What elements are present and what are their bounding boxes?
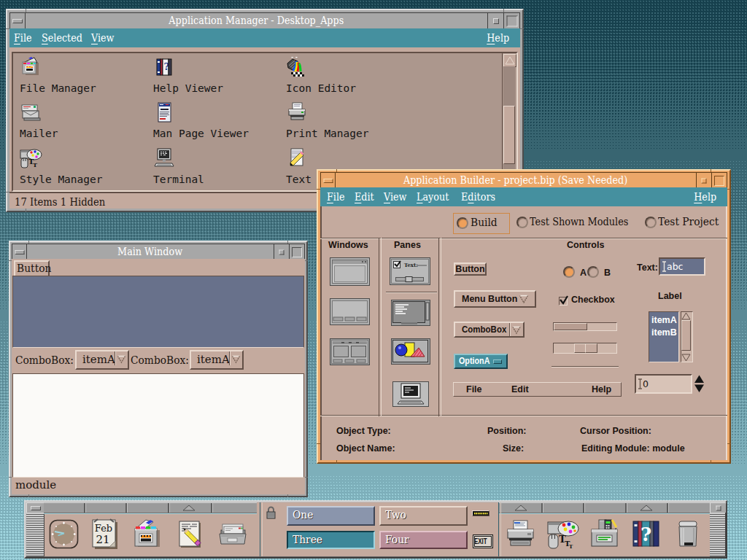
app-icon-terminal[interactable]: Terminal <box>153 148 204 185</box>
drawing-area[interactable] <box>12 276 304 348</box>
menu-file[interactable]: File <box>14 28 32 47</box>
spin-up-icon[interactable] <box>694 375 705 384</box>
app-icon-print-manager[interactable]: Print Manager <box>286 102 369 139</box>
panel-icon-text-editor[interactable] <box>174 518 205 553</box>
app-icon-style-manager[interactable]: T T Style Manager <box>20 148 103 185</box>
menu-view[interactable]: View <box>91 28 115 47</box>
list-item-b[interactable]: itemB <box>649 327 678 339</box>
subpanel-arrow-icon[interactable] <box>640 505 653 511</box>
window-menu-button[interactable] <box>321 173 336 188</box>
palette-window-custom[interactable] <box>330 338 370 368</box>
combo1[interactable]: itemA <box>75 350 129 370</box>
titlebar[interactable]: Main Window <box>12 244 305 260</box>
palette-window-dialog[interactable] <box>330 298 370 327</box>
app-icon-icon-editor[interactable]: Icon Editor <box>286 57 356 94</box>
app-icon-man-page-viewer[interactable]: Man Page Viewer <box>153 102 249 139</box>
minimize-button[interactable] <box>274 244 289 260</box>
control-text-field[interactable]: abc <box>659 257 705 276</box>
list-scroll-down-icon[interactable] <box>681 354 691 362</box>
app-icon-help-viewer[interactable]: ? Help Viewer <box>153 57 223 94</box>
combo2[interactable]: itemA <box>190 350 244 370</box>
workspace-two-button[interactable]: Two <box>379 506 468 526</box>
menu-help[interactable]: Help <box>487 28 509 47</box>
maximize-button[interactable] <box>289 244 304 260</box>
window-title[interactable]: Main Window <box>27 244 274 260</box>
test-project-radio[interactable] <box>645 217 657 228</box>
menu-view[interactable]: View <box>384 187 407 206</box>
control-radio-a[interactable] <box>563 266 575 278</box>
scrollbar-h-thumb2[interactable] <box>585 343 597 353</box>
workspace-one-button[interactable]: One <box>287 506 375 526</box>
list-scroll-thumb[interactable] <box>681 320 691 351</box>
test-shown-radio[interactable] <box>516 217 528 228</box>
control-menubar-file[interactable]: File <box>466 383 482 396</box>
combo2-arrow-button[interactable] <box>229 351 242 365</box>
panel-icon-file-manager[interactable] <box>131 518 163 553</box>
menu-editors[interactable]: Editors <box>461 187 495 206</box>
panel-icon-style-manager[interactable]: T T T <box>546 518 580 553</box>
panel-menu-button[interactable] <box>26 502 45 513</box>
palette-window-main[interactable] <box>330 257 370 288</box>
menu-help[interactable]: Help <box>694 187 716 206</box>
control-scale[interactable] <box>553 322 617 331</box>
control-combobox[interactable]: ComboBox <box>454 322 525 338</box>
control-list-scrollbar[interactable] <box>681 311 693 362</box>
control-scrollbar-h[interactable] <box>553 343 617 354</box>
control-menu-button[interactable]: Menu Button <box>454 290 536 308</box>
titlebar[interactable]: Application Builder - project.bip (Save … <box>320 172 727 189</box>
palette-pane-control[interactable]: Text: <box>390 257 430 287</box>
text-area[interactable] <box>12 373 304 478</box>
menu-layout[interactable]: Layout <box>417 187 449 206</box>
panel-icon-calendar[interactable]: Feb 21 <box>89 518 120 553</box>
menu-selected[interactable]: Selected <box>42 28 82 47</box>
panel-icon-help[interactable]: ? <box>630 518 662 553</box>
panel-icon-printer[interactable] <box>505 518 536 553</box>
scroll-up-arrow[interactable] <box>503 54 516 67</box>
window-menu-button[interactable] <box>10 13 26 29</box>
minimize-button[interactable] <box>487 13 503 29</box>
titlebar[interactable]: Application Manager - Desktop_Apps <box>9 12 520 30</box>
workspace-three-button[interactable]: Three <box>287 531 375 549</box>
mode-build[interactable]: Build <box>453 213 510 234</box>
menu-file[interactable]: File <box>327 187 345 206</box>
control-menubar-help[interactable]: Help <box>592 383 611 396</box>
control-menubar-edit[interactable]: Edit <box>511 383 529 396</box>
mode-test-project[interactable]: Test Project <box>644 213 739 233</box>
list-item-a[interactable]: itemA <box>649 312 678 327</box>
window-title[interactable]: Application Builder - project.bip (Save … <box>336 173 696 188</box>
maximize-button[interactable] <box>503 13 519 29</box>
combobox-arrow-button[interactable] <box>509 323 523 336</box>
app-icon-mailer[interactable]: Mailer <box>20 102 58 139</box>
panel-left-handle[interactable] <box>26 513 44 556</box>
mode-test-shown[interactable]: Test Shown Modules <box>516 213 647 233</box>
panel-icon-clock[interactable] <box>48 518 80 553</box>
palette-pane-text[interactable] <box>391 300 430 328</box>
control-list[interactable]: itemA itemB <box>649 311 679 362</box>
maximize-button[interactable] <box>711 173 727 188</box>
panel-icon-trash[interactable] <box>673 518 704 553</box>
panel-icon-applications[interactable] <box>589 518 620 553</box>
window-menu-button[interactable] <box>12 244 27 260</box>
combo1-arrow-button[interactable] <box>115 351 128 365</box>
scroll-thumb[interactable] <box>503 106 515 164</box>
control-option-menu[interactable]: OptionA <box>454 354 508 369</box>
subpanel-arrow-icon[interactable] <box>182 505 196 511</box>
minimize-button[interactable] <box>696 173 711 188</box>
control-spinbox[interactable]: 0 <box>635 374 692 394</box>
palette-pane-term[interactable] <box>392 381 429 409</box>
menu-edit[interactable]: Edit <box>355 187 374 206</box>
subpanel-arrow-icon[interactable] <box>514 505 527 511</box>
panel-icon-mailer[interactable] <box>217 518 248 553</box>
window-title[interactable]: Application Manager - Desktop_Apps <box>26 13 487 29</box>
build-radio[interactable] <box>457 217 468 229</box>
workspace-four-button[interactable]: Four <box>379 531 468 549</box>
app-icon-file-manager[interactable]: File Manager <box>20 57 96 94</box>
lock-icon[interactable] <box>265 506 277 521</box>
spin-down-icon[interactable] <box>694 384 705 393</box>
panel-right-handle[interactable] <box>710 513 726 556</box>
exit-button[interactable]: EXIT <box>473 534 493 548</box>
panel-menu-button-right[interactable] <box>710 502 727 513</box>
scale-slider[interactable] <box>554 323 587 330</box>
control-button[interactable]: Button <box>454 262 487 276</box>
list-scroll-up-icon[interactable] <box>681 312 691 320</box>
